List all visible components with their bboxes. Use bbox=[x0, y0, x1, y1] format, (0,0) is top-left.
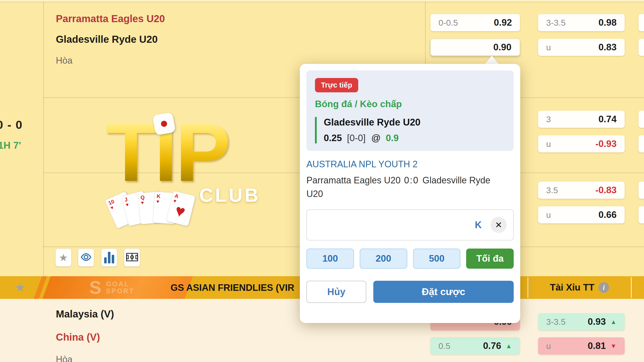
odds-total-line2-over[interactable]: 3 0.74 bbox=[538, 111, 625, 128]
quick-stake-500[interactable]: 500 bbox=[413, 249, 461, 269]
tip-club-watermark: TIP CLUB 10♥ J♥ Q♥ K♥ A♥ ♥ bbox=[106, 118, 279, 224]
eye-icon bbox=[80, 253, 92, 262]
close-icon: ✕ bbox=[495, 220, 502, 230]
away-team-name: Gladesville Ryde U20 bbox=[56, 34, 158, 45]
max-stake-button[interactable]: Tối đa bbox=[466, 249, 514, 269]
odds-box-partial[interactable] bbox=[638, 111, 644, 128]
draw-label: Hòa bbox=[56, 55, 72, 66]
card-k-hearts: K♥ bbox=[153, 191, 177, 224]
card-j-hearts: J♥ bbox=[121, 191, 151, 226]
place-bet-button[interactable]: Đặt cược bbox=[373, 281, 514, 303]
clear-stake-button[interactable]: ✕ bbox=[491, 217, 507, 233]
home-team-name-2: Malaysia (V) bbox=[56, 308, 114, 320]
league-name: AUSTRALIA NPL YOUTH 2 bbox=[306, 159, 514, 170]
playing-cards-fan: 10♥ J♥ Q♥ K♥ A♥ ♥ bbox=[120, 183, 206, 223]
odds-total-line2-under[interactable]: u -0.93 bbox=[538, 135, 625, 152]
quick-stake-200[interactable]: 200 bbox=[360, 249, 407, 269]
odds2-total-under[interactable]: u 0.81 ▼ bbox=[538, 337, 625, 354]
odds-box-partial[interactable] bbox=[638, 206, 644, 223]
odds-handicap-row2-selected[interactable]: 0.90 bbox=[430, 39, 520, 56]
dice-icon bbox=[152, 112, 176, 136]
club-logo-text: CLUB bbox=[199, 184, 260, 206]
column-divider-left bbox=[43, 2, 44, 276]
stats-button[interactable] bbox=[101, 249, 117, 267]
league-title: GS ASIAN FRIENDLIES (VIR bbox=[171, 276, 294, 299]
match-period-time: 1H 7' bbox=[0, 140, 21, 151]
bet-slip-caret bbox=[485, 56, 499, 64]
bet-selection-panel: Trực tiếp Bóng đá / Kèo chấp Gladesville… bbox=[306, 70, 514, 151]
big-heart-glyph: ♥ bbox=[173, 200, 187, 221]
star-icon: ★ bbox=[59, 253, 68, 263]
card-a-hearts: A♥ ♥ bbox=[166, 191, 195, 226]
odds-handicap-row1[interactable]: 0-0.5 0.92 bbox=[430, 14, 520, 31]
quick-stake-100[interactable]: 100 bbox=[306, 249, 354, 269]
stake-unit-label: K bbox=[475, 210, 482, 240]
pitch-view-button[interactable] bbox=[124, 249, 140, 267]
league-favorite-star-icon[interactable]: ★ bbox=[15, 276, 25, 299]
fixture-line: Parramatta Eagles U200:0Gladesville Ryde… bbox=[306, 174, 493, 201]
total-column-header: Tài Xỉu TT i bbox=[528, 276, 631, 299]
selection-block: Gladesville Ryde U20 0.25 [0-0] @ 0.9 bbox=[315, 117, 505, 143]
live-score: 0 - 0 bbox=[0, 118, 23, 132]
goal-sport-mark-icon: S bbox=[89, 278, 101, 297]
home-team-name: Parramatta Eagles U20 bbox=[56, 13, 165, 24]
odds-box-partial[interactable] bbox=[638, 14, 644, 31]
away-team-name-2: China (V) bbox=[56, 332, 100, 343]
odds2-total-over[interactable]: 3-3.5 0.93 ▲ bbox=[538, 313, 625, 330]
info-icon[interactable]: i bbox=[598, 282, 609, 293]
card-10-hearts: 10♥ bbox=[105, 191, 138, 229]
football-pitch-icon bbox=[126, 253, 138, 262]
odds-total-line3-under[interactable]: u 0.66 bbox=[538, 206, 625, 223]
bet-slip-popup: Trực tiếp Bóng đá / Kèo chấp Gladesville… bbox=[300, 64, 520, 323]
selected-team: Gladesville Ryde U20 bbox=[324, 117, 505, 128]
bar-chart-icon bbox=[104, 252, 114, 263]
trend-up-icon: ▲ bbox=[610, 319, 617, 325]
stake-input-wrap: K ✕ bbox=[306, 209, 514, 240]
stake-input[interactable] bbox=[307, 210, 513, 240]
odds2-handicap-row2[interactable]: 0.5 0.76 ▲ bbox=[430, 337, 520, 354]
tip-logo-text: TIP bbox=[106, 118, 229, 186]
draw-label-2: Hòa bbox=[56, 354, 72, 362]
odds-total-over[interactable]: 3-3.5 0.98 bbox=[538, 14, 625, 31]
quick-stake-row: 100 200 500 Tối đa bbox=[306, 249, 514, 269]
bet-slip-actions: Hủy Đặt cược bbox=[306, 281, 514, 303]
odds-box-partial[interactable] bbox=[638, 39, 644, 56]
live-badge: Trực tiếp bbox=[315, 78, 358, 92]
goal-sport-logo: S GOAL SPORT bbox=[89, 276, 134, 299]
odds-total-under[interactable]: u 0.83 bbox=[538, 39, 625, 56]
odds-box-partial[interactable] bbox=[638, 182, 644, 199]
trend-down-icon: ▼ bbox=[610, 343, 617, 349]
top-divider bbox=[0, 2, 644, 2]
odds-box-partial[interactable] bbox=[638, 135, 644, 152]
cancel-button[interactable]: Hủy bbox=[306, 281, 366, 303]
favorite-button[interactable]: ★ bbox=[55, 249, 71, 267]
fixture-score: 0:0 bbox=[404, 175, 419, 185]
odds-total-line3-over[interactable]: 3.5 -0.83 bbox=[538, 182, 625, 199]
trend-up-icon: ▲ bbox=[506, 343, 512, 349]
market-path: Bóng đá / Kèo chấp bbox=[315, 99, 505, 109]
selected-line: 0.25 [0-0] @ 0.9 bbox=[324, 133, 505, 143]
card-q-hearts: Q♥ bbox=[138, 191, 163, 224]
top-row-edge bbox=[0, 0, 644, 2]
betting-page: TIP CLUB 10♥ J♥ Q♥ K♥ A♥ ♥ 0 - 0 1H 7' P… bbox=[0, 0, 644, 362]
watch-button[interactable] bbox=[78, 249, 94, 267]
